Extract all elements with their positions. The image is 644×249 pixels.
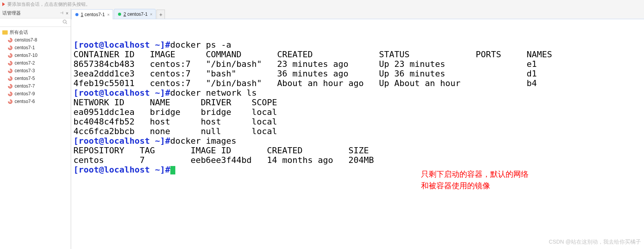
- prompt: [root@localhost ~]#: [73, 88, 170, 98]
- session-item[interactable]: centos7-10: [0, 51, 71, 59]
- prompt: [root@localhost ~]#: [73, 40, 170, 50]
- tab-label: 2 centos7-1: [123, 12, 148, 17]
- session-manager-sidebar: 话管理器 ⊣ × 所有会话 censtos7-8centos7-1centos7…: [0, 8, 71, 249]
- prompt: [root@localhost ~]#: [73, 165, 170, 174]
- session-label: centos7-2: [15, 60, 35, 66]
- status-dot-icon: [75, 13, 78, 16]
- close-icon[interactable]: ×: [66, 11, 68, 16]
- hint-bar: 要添加当前会话，点击左侧的箭头按钮。: [0, 0, 644, 8]
- session-icon: [8, 99, 13, 104]
- command-output: CONTAINER ID IMAGE COMMAND CREATED STATU…: [73, 50, 642, 88]
- command-output: NETWORK ID NAME DRIVER SCOPE ea0951ddc1e…: [73, 98, 642, 136]
- session-icon: [8, 53, 13, 58]
- session-icon: [8, 76, 13, 81]
- session-icon: [8, 91, 13, 96]
- svg-point-0: [63, 20, 66, 23]
- session-item[interactable]: centos7-5: [0, 75, 71, 82]
- watermark: CSDN @站在这别动，我去给你买橘子: [549, 237, 641, 247]
- session-icon: [8, 61, 13, 66]
- arrow-icon: [2, 2, 5, 6]
- session-label: censtos7-8: [15, 37, 37, 43]
- session-label: centso7-6: [15, 99, 35, 104]
- prompt: [root@localhost ~]#: [73, 136, 170, 146]
- session-item[interactable]: censtos7-8: [0, 36, 71, 44]
- session-label: centos7-3: [15, 68, 35, 73]
- session-icon: [8, 68, 13, 73]
- tab[interactable]: 2 centos7-1×: [114, 9, 156, 19]
- svg-line-1: [66, 23, 67, 24]
- status-dot-icon: [118, 13, 121, 16]
- session-item[interactable]: centos7-3: [0, 67, 71, 75]
- session-label: centos7-7: [15, 83, 35, 89]
- session-item[interactable]: centso7-6: [0, 98, 71, 105]
- session-icon: [8, 45, 13, 50]
- tab-label: 1 centos7-1: [81, 12, 105, 17]
- folder-icon: [2, 30, 8, 35]
- tree-root[interactable]: 所有会话: [0, 28, 71, 36]
- sidebar-title: 话管理器: [2, 10, 21, 17]
- session-label: centos7-10: [15, 53, 37, 58]
- session-label: centos7-1: [15, 45, 35, 50]
- search-icon: [62, 19, 68, 26]
- add-tab-button[interactable]: +: [156, 10, 165, 19]
- terminal[interactable]: [root@localhost ~]#docker ps -aCONTAINER…: [71, 19, 644, 249]
- search-row[interactable]: [0, 18, 71, 27]
- session-icon: [8, 38, 13, 43]
- sidebar-header: 话管理器 ⊣ ×: [0, 8, 71, 18]
- cursor: [170, 166, 175, 174]
- session-tree: 所有会话 censtos7-8centos7-1centos7-10centos…: [0, 27, 71, 107]
- close-icon[interactable]: ×: [107, 12, 110, 17]
- session-item[interactable]: centos7-7: [0, 82, 71, 90]
- annotation-text: 只剩下启动的容器，默认的网络 和被容器使用的镜像: [421, 168, 552, 191]
- session-label: centos7-5: [15, 76, 35, 81]
- session-label: centos7-9: [15, 91, 35, 96]
- tree-root-label: 所有会话: [10, 29, 28, 36]
- tab[interactable]: 1 centos7-1×: [71, 9, 113, 19]
- session-icon: [8, 84, 13, 89]
- content-area: 1 centos7-1×2 centos7-1× + [root@localho…: [71, 8, 644, 249]
- session-item[interactable]: centos7-2: [0, 59, 71, 67]
- pin-icon[interactable]: ⊣: [60, 11, 63, 16]
- command-output: REPOSITORY TAG IMAGE ID CREATED SIZE cen…: [73, 146, 642, 165]
- close-icon[interactable]: ×: [150, 12, 152, 17]
- session-item[interactable]: centos7-9: [0, 90, 71, 98]
- tab-bar: 1 centos7-1×2 centos7-1× +: [71, 8, 644, 19]
- hint-text: 要添加当前会话，点击左侧的箭头按钮。: [7, 1, 90, 8]
- session-item[interactable]: centos7-1: [0, 44, 71, 51]
